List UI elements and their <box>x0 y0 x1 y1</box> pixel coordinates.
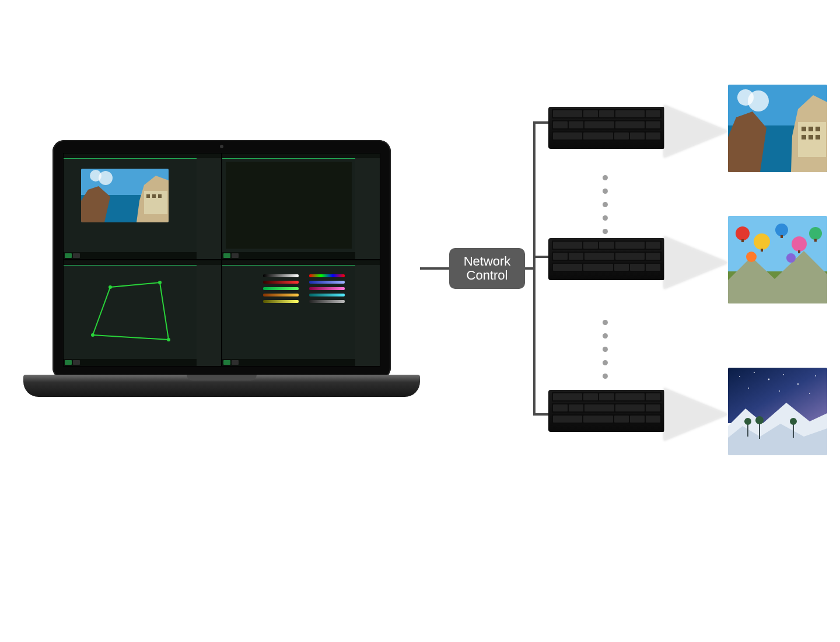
svg-point-41 <box>746 252 757 262</box>
projected-screen <box>728 216 827 303</box>
svg-point-58 <box>744 418 751 425</box>
slider-yellow-icon <box>263 300 299 303</box>
coastal-scene-icon <box>728 85 827 172</box>
svg-point-60 <box>790 418 797 425</box>
projector-row <box>548 216 840 315</box>
color-sliders <box>263 274 345 350</box>
svg-point-37 <box>792 236 807 252</box>
projection-beam-icon <box>664 105 728 158</box>
svg-rect-38 <box>798 250 800 253</box>
projection-beam-icon <box>664 388 728 441</box>
svg-rect-24 <box>816 127 820 131</box>
status-pip-icon <box>223 253 230 258</box>
svg-point-12 <box>167 338 170 341</box>
slider-red-icon <box>263 281 299 284</box>
slider-hue-icon <box>309 274 345 277</box>
svg-rect-25 <box>802 135 806 139</box>
preview-thumbnail <box>81 169 169 222</box>
svg-point-50 <box>748 388 749 389</box>
projected-screen <box>728 85 827 172</box>
svg-rect-6 <box>152 194 156 198</box>
svg-point-48 <box>797 383 799 385</box>
panel-bottom-bar <box>222 252 355 259</box>
wire-segment <box>420 267 449 270</box>
svg-point-49 <box>815 375 816 376</box>
svg-point-52 <box>809 393 810 394</box>
svg-point-17 <box>748 90 769 111</box>
status-pip-icon <box>223 360 230 365</box>
laptop-screen <box>63 153 380 367</box>
svg-point-46 <box>768 379 770 381</box>
slider-white-icon <box>263 274 299 277</box>
status-pip-icon <box>232 360 239 365</box>
panel-settings <box>222 153 380 260</box>
software-panels <box>63 153 380 367</box>
laptop <box>23 140 420 432</box>
svg-point-9 <box>99 171 113 185</box>
coastal-scene-icon <box>81 169 169 222</box>
projector-device <box>548 107 665 149</box>
panel-color <box>222 260 380 367</box>
svg-rect-23 <box>808 127 813 131</box>
panel-bottom-bar <box>64 359 197 366</box>
svg-point-47 <box>783 374 784 375</box>
status-pip-icon <box>65 253 72 258</box>
svg-rect-34 <box>761 249 763 252</box>
svg-rect-26 <box>808 135 813 139</box>
status-pip-icon <box>73 253 80 258</box>
panel-side-dock <box>197 158 221 259</box>
projector-row <box>548 368 840 467</box>
status-pip-icon <box>73 360 80 365</box>
svg-rect-32 <box>741 239 744 242</box>
projection-beam-icon <box>664 236 728 289</box>
slider-cyan-icon <box>309 294 345 296</box>
panel-side-dock <box>197 265 221 366</box>
network-control-hub: Network Control <box>449 248 525 289</box>
slider-blue-icon <box>309 281 345 284</box>
laptop-hinge-notch <box>187 375 257 381</box>
slider-magenta-icon <box>309 287 345 290</box>
svg-point-45 <box>754 372 755 373</box>
svg-point-31 <box>736 226 750 240</box>
panel-side-dock <box>355 265 380 366</box>
svg-rect-22 <box>802 127 806 131</box>
svg-point-59 <box>755 416 764 424</box>
svg-point-39 <box>809 227 822 240</box>
panel-geometry <box>63 260 222 367</box>
balloons-scene-icon <box>728 216 827 303</box>
projector-row <box>548 85 840 184</box>
status-pip-icon <box>232 253 239 258</box>
svg-point-13 <box>158 281 162 284</box>
svg-rect-36 <box>780 235 783 238</box>
panel-bottom-bar <box>222 359 355 366</box>
milky-way-scene-icon <box>728 368 827 455</box>
panel-preview <box>63 153 222 260</box>
panel-bottom-bar <box>64 252 197 259</box>
slider-green-icon <box>263 287 299 290</box>
svg-marker-10 <box>93 282 169 340</box>
hub-label-line1: Network <box>464 254 511 268</box>
slider-orange-icon <box>263 294 299 296</box>
svg-point-51 <box>779 390 780 392</box>
projector-device <box>548 238 665 280</box>
svg-point-33 <box>754 233 770 250</box>
panel-side-dock <box>355 158 380 259</box>
slider-gray-icon <box>309 300 345 303</box>
wire-segment <box>533 121 536 416</box>
svg-rect-27 <box>816 135 820 139</box>
projected-screen <box>728 368 827 455</box>
diagram-stage: Network Control <box>0 0 840 642</box>
svg-point-44 <box>739 376 740 377</box>
svg-point-14 <box>108 285 112 289</box>
panel-canvas <box>226 162 352 249</box>
projector-device <box>548 390 665 432</box>
svg-rect-5 <box>146 194 150 198</box>
svg-rect-40 <box>814 239 817 242</box>
webcam-dot-icon <box>220 145 223 148</box>
svg-point-11 <box>91 333 94 337</box>
svg-rect-7 <box>158 194 162 198</box>
geometry-shape-icon <box>69 271 186 358</box>
svg-point-42 <box>786 253 796 263</box>
status-pip-icon <box>65 360 72 365</box>
svg-point-35 <box>775 224 788 236</box>
